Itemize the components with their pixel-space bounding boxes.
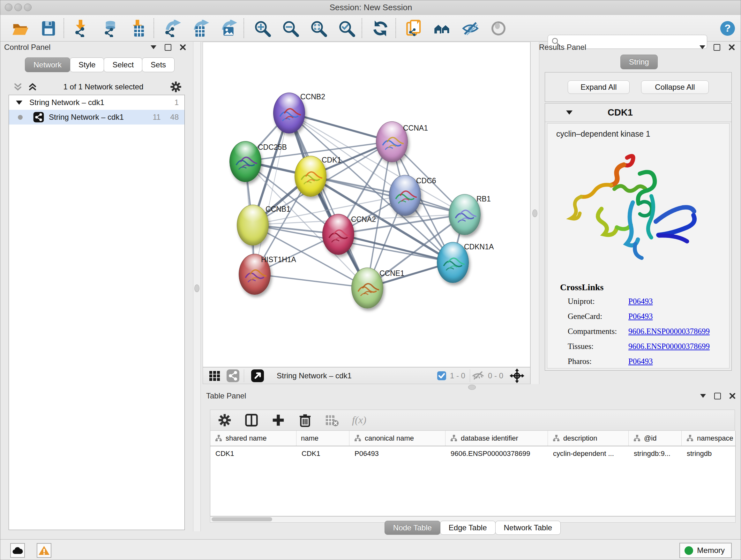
import-table-icon[interactable] bbox=[129, 19, 148, 38]
collapse-all-networks-icon[interactable] bbox=[13, 81, 23, 92]
tab-sets[interactable]: Sets bbox=[142, 57, 175, 72]
node-label-CCNE1: CCNE1 bbox=[380, 269, 404, 278]
panel-menu-icon[interactable] bbox=[700, 394, 706, 398]
crosslink-link[interactable]: 9606.ENSP00000378699 bbox=[628, 327, 710, 336]
column-header-description[interactable]: description bbox=[548, 431, 629, 446]
open-session-icon[interactable] bbox=[11, 19, 30, 38]
right-splitter[interactable] bbox=[530, 42, 539, 384]
panel-float-icon[interactable] bbox=[165, 44, 172, 51]
tab-style[interactable]: Style bbox=[70, 57, 104, 72]
control-panel: Control Panel NetworkStyleSelectSets 1 o… bbox=[4, 42, 189, 531]
node-CCNA2[interactable] bbox=[322, 214, 354, 255]
edge-HIST1H1A-CCNE1[interactable] bbox=[254, 274, 367, 288]
save-session-icon[interactable] bbox=[39, 19, 58, 38]
zoom-out-icon[interactable] bbox=[281, 19, 300, 38]
panel-menu-icon[interactable] bbox=[699, 45, 705, 49]
zoom-selected-icon[interactable] bbox=[337, 19, 356, 38]
export-image-icon[interactable] bbox=[219, 19, 238, 38]
graphics-details-icon[interactable] bbox=[489, 19, 508, 38]
cell-canonical-name[interactable]: P06493 bbox=[349, 449, 446, 458]
selected-checkbox-icon[interactable] bbox=[436, 371, 447, 381]
cloud-button[interactable] bbox=[10, 543, 25, 558]
tab-string[interactable]: String bbox=[620, 55, 658, 69]
edge-CDK1-RB1[interactable] bbox=[310, 176, 464, 214]
table-tabs: Node TableEdge TableNetwork Table bbox=[206, 521, 739, 537]
table-row[interactable]: CDK1CDK1P064939606.ENSP00000378699cyclin… bbox=[210, 446, 735, 461]
new-network-from-selection-icon[interactable] bbox=[405, 19, 423, 38]
cell-name[interactable]: CDK1 bbox=[296, 449, 349, 458]
network-row[interactable]: String Network – cdk1 11 48 bbox=[9, 110, 185, 125]
panel-menu-icon[interactable] bbox=[151, 45, 156, 49]
hidden-count: 0 - 0 bbox=[488, 371, 503, 380]
expand-all-button[interactable]: Expand All bbox=[568, 80, 630, 94]
node-CCNE1[interactable] bbox=[351, 267, 383, 308]
table-header-row: shared name name canonical name database… bbox=[210, 431, 735, 446]
column-header-namespace[interactable]: namespace bbox=[682, 431, 736, 446]
shared-column-icon bbox=[633, 435, 641, 442]
collapse-section-icon[interactable] bbox=[566, 111, 572, 115]
node-CDC25B[interactable] bbox=[229, 141, 261, 182]
import-database-icon[interactable] bbox=[101, 19, 120, 38]
left-splitter[interactable] bbox=[193, 42, 201, 531]
tab-network-table[interactable]: Network Table bbox=[495, 521, 561, 535]
gear-icon[interactable] bbox=[217, 413, 232, 428]
gene-section-header[interactable]: CDK1 bbox=[545, 104, 731, 122]
warning-button[interactable] bbox=[37, 543, 51, 558]
right-splitter-handle[interactable] bbox=[532, 209, 537, 217]
column-header-@id[interactable]: @id bbox=[629, 431, 682, 446]
network-collection-row[interactable]: String Network – cdk1 1 bbox=[9, 95, 185, 110]
tab-edge-table[interactable]: Edge Table bbox=[440, 521, 495, 535]
help-button[interactable]: ? bbox=[718, 19, 737, 38]
grid-view-icon[interactable] bbox=[208, 369, 221, 382]
panel-close-icon[interactable] bbox=[180, 44, 186, 51]
tab-select[interactable]: Select bbox=[104, 57, 142, 72]
cell-database-identifier[interactable]: 9606.ENSP00000378699 bbox=[446, 449, 548, 458]
crosslink-link[interactable]: P06493 bbox=[628, 297, 653, 306]
bottom-splitter-handle[interactable] bbox=[468, 385, 476, 390]
node-RB1[interactable] bbox=[449, 194, 481, 235]
panel-close-icon[interactable] bbox=[729, 44, 735, 51]
tab-node-table[interactable]: Node Table bbox=[385, 521, 441, 535]
hide-selected-icon[interactable] bbox=[461, 19, 480, 38]
edge-HIST1H1A-CCNB2[interactable] bbox=[254, 113, 289, 274]
left-splitter-handle[interactable] bbox=[194, 285, 199, 292]
crosslink-link[interactable]: 9606.ENSP00000378699 bbox=[628, 342, 710, 351]
cell-description[interactable]: cyclin-dependent ... bbox=[548, 449, 629, 458]
share-network-icon[interactable] bbox=[226, 369, 240, 383]
import-network-icon[interactable] bbox=[73, 19, 91, 38]
gear-icon[interactable] bbox=[170, 80, 182, 93]
column-header-database-identifier[interactable]: database identifier bbox=[446, 431, 548, 446]
node-table[interactable]: shared name name canonical name database… bbox=[210, 431, 736, 516]
add-icon[interactable] bbox=[271, 413, 286, 428]
cell-shared-name[interactable]: CDK1 bbox=[210, 449, 296, 458]
memory-button[interactable]: Memory bbox=[679, 543, 732, 558]
crosslink-link[interactable]: P06493 bbox=[628, 357, 653, 366]
column-header-canonical-name[interactable]: canonical name bbox=[349, 431, 446, 446]
node-CCNB1[interactable] bbox=[237, 205, 269, 246]
network-canvas[interactable]: CCNB2 CCNA1 CDC25B CDK1 CDC6 RB1 CCNB1 bbox=[203, 42, 530, 367]
refresh-network-icon[interactable] bbox=[371, 19, 390, 38]
cell-@id[interactable]: stringdb:9... bbox=[629, 449, 682, 458]
collapse-all-button[interactable]: Collapse All bbox=[641, 80, 709, 94]
crosshair-icon[interactable] bbox=[510, 368, 524, 383]
split-columns-icon[interactable] bbox=[244, 413, 259, 428]
panel-float-icon[interactable] bbox=[714, 393, 721, 399]
crosslink-link[interactable]: P06493 bbox=[628, 312, 653, 321]
open-view-icon[interactable] bbox=[251, 369, 265, 383]
panel-close-icon[interactable] bbox=[729, 393, 736, 399]
zoom-fit-icon[interactable] bbox=[309, 19, 328, 38]
export-table-icon[interactable] bbox=[191, 19, 210, 38]
tab-network[interactable]: Network bbox=[25, 57, 70, 72]
trash-icon[interactable] bbox=[298, 413, 313, 428]
expand-all-networks-icon[interactable] bbox=[28, 81, 37, 92]
collapse-collection-icon[interactable] bbox=[16, 101, 22, 105]
edge-CCNB2-CCNE1[interactable] bbox=[289, 113, 367, 288]
column-header-name[interactable]: name bbox=[296, 431, 349, 446]
export-network-icon[interactable] bbox=[163, 19, 182, 38]
toolbar-separator bbox=[361, 18, 362, 38]
cell-namespace[interactable]: stringdb bbox=[682, 449, 736, 458]
zoom-in-icon[interactable] bbox=[253, 19, 272, 38]
column-header-shared-name[interactable]: shared name bbox=[210, 431, 296, 446]
panel-float-icon[interactable] bbox=[714, 44, 720, 51]
first-neighbors-icon[interactable] bbox=[433, 19, 452, 38]
